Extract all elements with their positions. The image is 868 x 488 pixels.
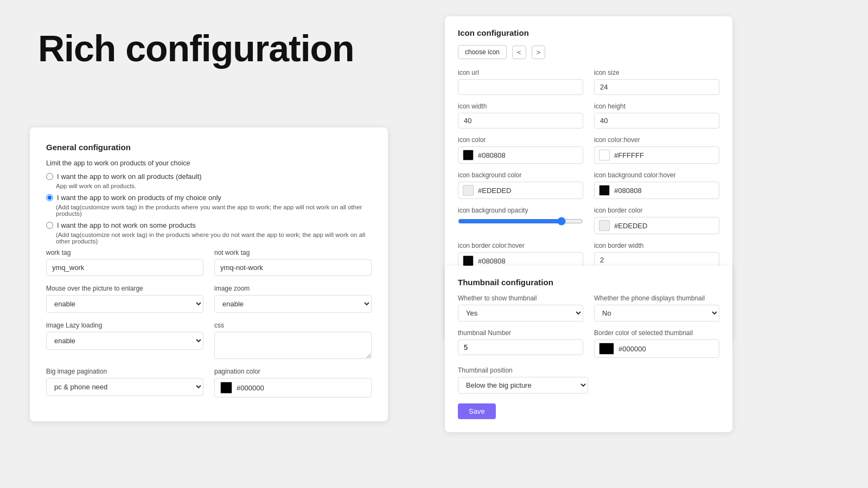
radio-group: I want the app to work on all products (…	[46, 172, 372, 245]
lazy-loading-select[interactable]: enable disable	[46, 332, 203, 350]
radio-some-desc: (Add tag(customize not work tag) in the …	[56, 232, 372, 245]
icon-width-label: icon width	[458, 102, 583, 110]
next-icon-button[interactable]: >	[532, 46, 546, 59]
icon-url-field: icon url	[458, 69, 583, 95]
icon-border-color-hover-value: #080808	[478, 257, 506, 265]
big-image-select[interactable]: pc & phone need pc only phone only disab…	[46, 378, 203, 396]
css-textarea[interactable]	[214, 332, 372, 359]
thumbnail-config-card: Thumbnail configuration Whether to show …	[445, 266, 732, 432]
css-group: css	[214, 322, 372, 359]
save-button[interactable]: Save	[458, 403, 496, 419]
radio-choice-desc: (Add tag(customize work tag) in the prod…	[56, 204, 372, 217]
border-color-label: Border color of selected thumbnail	[594, 329, 719, 337]
general-config-card: General configuration Limit the app to w…	[30, 127, 388, 421]
lazy-loading-label: image Lazy loading	[46, 322, 203, 329]
image-zoom-group: image zoom enable disable	[214, 285, 372, 313]
radio-row-some[interactable]: I want the app to not work on some produ…	[46, 221, 372, 229]
icon-height-field: icon height	[594, 102, 719, 129]
not-work-tag-input[interactable]	[214, 259, 372, 276]
icon-border-color-hover-label: icon border color:hover	[458, 242, 583, 249]
icon-border-color-hover-swatch	[463, 255, 474, 266]
icon-size-input[interactable]	[594, 79, 719, 95]
icon-border-color-input-row[interactable]: #EDEDED	[594, 217, 719, 234]
tag-row: work tag not work tag	[46, 249, 372, 276]
icon-border-color-field: icon border color #EDEDED	[594, 207, 719, 234]
icon-bg-opacity-label: icon background opacity	[458, 207, 583, 214]
thumbnail-number-input[interactable]	[458, 339, 583, 355]
thumbnail-number-field: thumbnail Number	[458, 329, 583, 358]
radio-choice[interactable]	[46, 194, 53, 201]
icon-height-input[interactable]	[594, 113, 719, 129]
mouse-over-select[interactable]: enable disable	[46, 295, 203, 313]
icon-border-width-label: icon border width	[594, 242, 719, 249]
icon-color-hover-value: #FFFFFF	[614, 151, 644, 159]
icon-color-label: icon color	[458, 136, 583, 144]
page-title: Rich configuration	[38, 27, 354, 69]
pagination-color-group: pagination color #000000	[214, 368, 372, 397]
icon-bg-color-hover-input-row[interactable]: #080808	[594, 182, 719, 199]
icon-height-label: icon height	[594, 102, 719, 110]
pagination-color-swatch	[220, 382, 232, 394]
icon-color-hover-input-row[interactable]: #FFFFFF	[594, 146, 719, 164]
phone-thumbnail-select[interactable]: Yes No	[594, 305, 719, 322]
radio-all-desc: App will work on all products.	[56, 183, 372, 189]
border-color-input-row[interactable]: #000000	[594, 339, 719, 358]
border-color-field: Border color of selected thumbnail #0000…	[594, 329, 719, 358]
radio-all-label: I want the app to work on all products (…	[57, 172, 202, 181]
border-color-value: #000000	[618, 345, 646, 353]
icon-bg-color-hover-value: #080808	[614, 187, 642, 195]
general-config-title: General configuration	[46, 143, 372, 152]
icon-bg-color-input-row[interactable]: #EDEDED	[458, 182, 583, 199]
mouse-over-label: Mouse over the picture to enlarge	[46, 285, 203, 292]
prev-icon-button[interactable]: <	[512, 46, 526, 59]
icon-bg-color-field: icon background color #EDEDED	[458, 171, 583, 199]
radio-choice-label: I want the app to work on products of my…	[57, 194, 221, 202]
work-tag-input[interactable]	[46, 259, 203, 276]
radio-row-all[interactable]: I want the app to work on all products (…	[46, 172, 372, 181]
show-thumbnail-label: Whether to show thumbnail	[458, 294, 583, 302]
choose-icon-button[interactable]: choose icon	[458, 45, 507, 59]
phone-thumbnail-label: Whether the phone displays thumbnail	[594, 294, 719, 302]
thumbnail-config-title: Thumbnail configuration	[458, 278, 719, 287]
not-work-tag-label: not work tag	[214, 249, 372, 256]
pagination-color-label: pagination color	[214, 368, 372, 375]
icon-color-swatch	[463, 150, 474, 160]
lazy-css-row: image Lazy loading enable disable css	[46, 322, 372, 359]
icon-bg-opacity-slider[interactable]	[458, 217, 583, 226]
icon-bg-color-hover-swatch	[599, 185, 610, 196]
thumb-fields-grid: Whether to show thumbnail Yes No Whether…	[458, 294, 719, 358]
css-label: css	[214, 322, 372, 329]
icon-bg-opacity-field: icon background opacity	[458, 207, 583, 234]
big-image-group: Big image pagination pc & phone need pc …	[46, 368, 203, 397]
icon-border-color-label: icon border color	[594, 207, 719, 214]
phone-thumbnail-field: Whether the phone displays thumbnail Yes…	[594, 294, 719, 322]
icon-color-hover-field: icon color:hover #FFFFFF	[594, 136, 719, 164]
border-color-swatch	[599, 343, 614, 355]
icon-color-hover-label: icon color:hover	[594, 136, 719, 144]
mouse-zoom-row: Mouse over the picture to enlarge enable…	[46, 285, 372, 313]
thumbnail-position-label: Thumbnail position	[458, 367, 719, 374]
pagination-color-input-row[interactable]: #000000	[214, 378, 372, 397]
not-work-tag-group: not work tag	[214, 249, 372, 276]
radio-row-choice[interactable]: I want the app to work on products of my…	[46, 194, 372, 202]
icon-bg-color-hover-label: icon background color:hover	[594, 171, 719, 179]
icon-color-hover-swatch	[599, 150, 610, 160]
icon-width-input[interactable]	[458, 113, 583, 129]
icon-color-input-row[interactable]: #080808	[458, 146, 583, 164]
icon-size-field: icon size	[594, 69, 719, 95]
image-zoom-select[interactable]: enable disable	[214, 295, 372, 313]
icon-bg-color-swatch	[463, 185, 474, 196]
icon-bg-color-value: #EDEDED	[478, 187, 511, 195]
icon-color-field: icon color #080808	[458, 136, 583, 164]
radio-some[interactable]	[46, 222, 53, 229]
show-thumbnail-select[interactable]: Yes No	[458, 305, 583, 322]
radio-all[interactable]	[46, 173, 53, 180]
image-zoom-label: image zoom	[214, 285, 372, 292]
icon-size-label: icon size	[594, 69, 719, 76]
icon-url-label: icon url	[458, 69, 583, 76]
icon-url-input[interactable]	[458, 79, 583, 95]
icon-config-header: choose icon < >	[458, 45, 719, 59]
icon-config-title: Icon configuration	[458, 28, 719, 37]
lazy-loading-group: image Lazy loading enable disable	[46, 322, 203, 359]
thumbnail-position-select[interactable]: Below the big picture Above the big pict…	[458, 377, 588, 394]
